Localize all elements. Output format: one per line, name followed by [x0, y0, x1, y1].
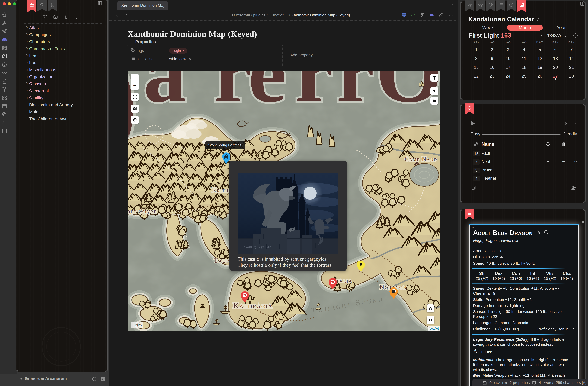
svg-text:r: r: [214, 71, 252, 120]
svg-text:r: r: [295, 71, 333, 120]
svg-text:a: a: [144, 71, 187, 120]
svg-text:r: r: [336, 71, 374, 120]
svg-text:Kaldracia: Kaldracia: [233, 301, 273, 310]
svg-text:e: e: [248, 71, 286, 120]
svg-text:Camp Naud: Camp Naud: [405, 156, 437, 162]
svg-text:aur Guyen: aur Guyen: [128, 208, 157, 214]
svg-text:Artwork by Nightlyre: Artwork by Nightlyre: [241, 245, 271, 249]
